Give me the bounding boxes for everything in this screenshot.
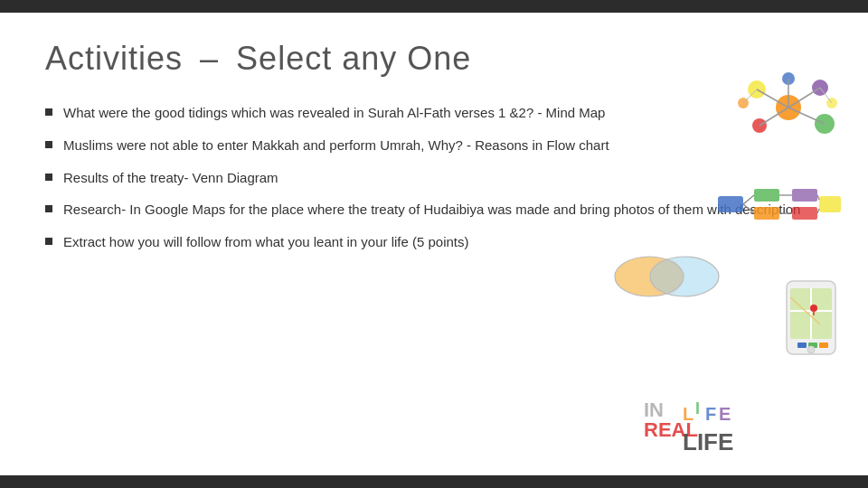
item-text-2: Muslims were not able to enter Makkah an… [63, 136, 823, 155]
svg-rect-20 [819, 196, 841, 212]
in-real-life-deco: IN REAL LIFE L I F E [642, 391, 750, 453]
list-item: Results of the treaty- Venn Diagram [45, 168, 823, 188]
bullet-2 [45, 141, 52, 148]
bullet-3 [45, 174, 52, 181]
bullet-1 [45, 108, 52, 116]
svg-rect-19 [792, 207, 817, 220]
bottom-bar [0, 475, 868, 488]
list-item: Extract how you will follow from what yo… [45, 232, 823, 252]
list-item: What were the good tidings which was rev… [45, 103, 823, 123]
svg-line-22 [743, 204, 754, 213]
activities-list: What were the good tidings which was rev… [45, 103, 823, 252]
maps-phone-deco [779, 279, 843, 356]
bullet-4 [45, 205, 52, 212]
main-content: Activities – Select any One What were th… [0, 13, 868, 475]
list-item: Muslims were not able to enter Makkah an… [45, 136, 823, 155]
item-text-1: What were the good tidings which was rev… [63, 103, 823, 123]
mind-map-deco [734, 71, 843, 144]
svg-rect-18 [792, 189, 817, 202]
svg-point-29 [650, 258, 683, 295]
svg-line-21 [743, 195, 754, 204]
svg-text:LIFE: LIFE [683, 428, 733, 453]
svg-text:L: L [683, 404, 693, 424]
title-sub: Select any One [236, 40, 471, 77]
svg-point-42 [807, 346, 815, 353]
venn-deco [606, 252, 728, 302]
item-text-3: Results of the treaty- Venn Diagram [63, 168, 823, 188]
svg-rect-41 [819, 343, 828, 348]
svg-rect-39 [797, 343, 807, 348]
svg-rect-16 [754, 189, 779, 202]
list-item: Research- In Google Maps for the place w… [45, 200, 823, 220]
title-activities: Activities [45, 40, 183, 77]
svg-text:I: I [695, 399, 700, 418]
page-title: Activities – Select any One [45, 40, 823, 78]
svg-point-37 [810, 305, 817, 312]
item-text-5: Extract how you will follow from what yo… [63, 232, 823, 252]
svg-text:F: F [705, 404, 716, 424]
item-text-4: Research- In Google Maps for the place w… [63, 200, 823, 220]
svg-rect-17 [754, 207, 779, 220]
flowchart-deco [716, 180, 843, 230]
bullet-5 [45, 238, 52, 245]
svg-rect-15 [718, 196, 743, 212]
title-dash: – [200, 40, 219, 77]
svg-line-26 [817, 209, 819, 213]
svg-line-25 [817, 195, 819, 200]
top-bar [0, 0, 868, 13]
svg-text:E: E [719, 404, 731, 424]
